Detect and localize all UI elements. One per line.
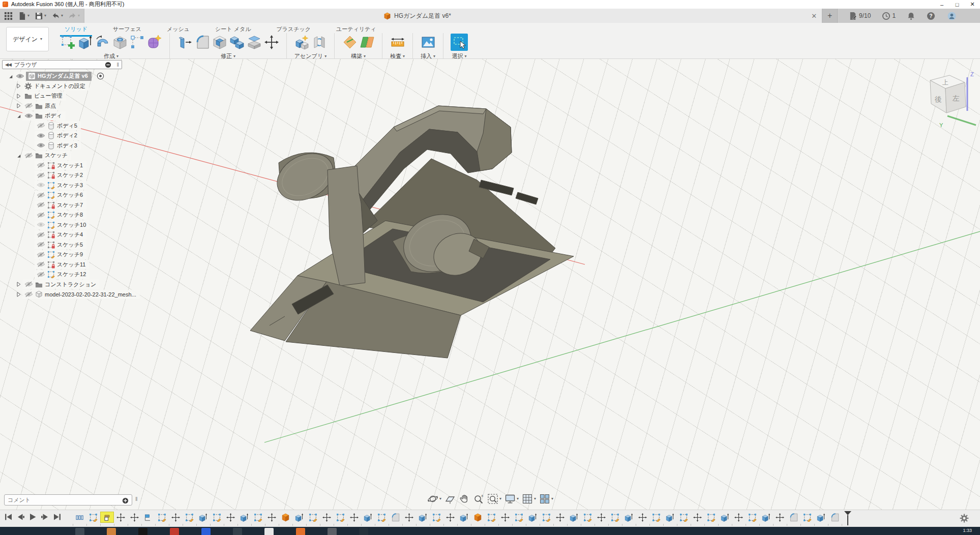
tree-node-chip[interactable]: スケッチ5: [35, 240, 86, 249]
tree-row-スケッチ12[interactable]: スケッチ12: [2, 270, 155, 280]
tree-row-原点[interactable]: 原点: [2, 101, 155, 111]
timeline-feature-move[interactable]: [402, 512, 416, 523]
comment-input[interactable]: [8, 497, 122, 503]
timeline-feature-sketch-pencil[interactable]: [334, 512, 347, 523]
tree-node-chip[interactable]: スケッチ7: [35, 200, 86, 210]
eye-off-icon[interactable]: [37, 272, 45, 278]
tree-row-ボディ[interactable]: ボディ: [2, 111, 155, 121]
eye-off-icon[interactable]: [24, 291, 33, 298]
construction-plane-icon[interactable]: [342, 35, 358, 50]
timeline-feature-move[interactable]: [732, 512, 746, 523]
timeline-feature-extrude[interactable]: [622, 512, 636, 523]
tree-row-スケッチ3[interactable]: スケッチ3: [2, 181, 155, 191]
tree-row-スケッチ[interactable]: スケッチ: [2, 151, 155, 161]
timeline-feature-fillet[interactable]: [389, 512, 402, 523]
document-quota[interactable]: 9/10: [849, 12, 871, 20]
joint-icon[interactable]: [311, 35, 327, 50]
tree-node-chip[interactable]: スケッチ1: [35, 161, 86, 170]
tree-node-chip[interactable]: ドキュメントの設定: [22, 81, 89, 91]
save-icon[interactable]: [35, 12, 43, 20]
eye-off-icon[interactable]: [24, 103, 33, 109]
timeline-feature-sketch-pencil[interactable]: [540, 512, 553, 523]
display-settings-icon[interactable]: ▾: [504, 493, 519, 504]
close-button[interactable]: ✕: [965, 0, 980, 9]
tree-row-model-2023-02-20-22-31-22_mesh...[interactable]: model-2023-02-20-22-31-22_mesh...: [2, 289, 155, 300]
view-cube[interactable]: 上 後 左 Z Y: [910, 66, 977, 128]
split-body-icon[interactable]: [246, 35, 262, 50]
timeline-feature-sketch-pencil[interactable]: [485, 512, 498, 523]
tree-node-chip[interactable]: ボディ3: [35, 141, 81, 150]
tree-row-スケッチ8[interactable]: スケッチ8: [2, 210, 155, 220]
panel-grip[interactable]: ‖: [116, 62, 119, 68]
timeline-settings-gear-icon[interactable]: [960, 514, 969, 523]
tree-row-スケッチ6[interactable]: スケッチ6: [2, 190, 155, 200]
tree-row-ビュー管理[interactable]: ビュー管理: [2, 91, 155, 101]
timeline-feature-sketch-pencil[interactable]: [800, 512, 814, 523]
timeline-feature-sketch-pencil[interactable]: [512, 512, 526, 523]
expander-collapsed-icon[interactable]: [14, 103, 22, 108]
qb-file-menu-icon[interactable]: ▾: [18, 12, 29, 20]
eye-off-icon[interactable]: [37, 123, 45, 129]
expander-collapsed-icon[interactable]: [14, 94, 22, 99]
comment-grip[interactable]: ‖: [135, 496, 138, 502]
app-grid-menu-icon[interactable]: [4, 12, 13, 20]
timeline-feature-sketch-pencil[interactable]: [746, 512, 759, 523]
revolve-icon[interactable]: [95, 35, 110, 50]
tree-row-ボディ2[interactable]: ボディ2: [2, 131, 155, 141]
redo-icon[interactable]: [68, 12, 77, 20]
comment-box[interactable]: [4, 494, 132, 506]
eye-off-icon[interactable]: [24, 153, 33, 159]
shell-icon[interactable]: [212, 35, 227, 50]
timeline-feature-move[interactable]: [128, 512, 141, 523]
offset-plane-icon[interactable]: [359, 35, 375, 50]
timeline-feature-move[interactable]: [773, 512, 787, 523]
timeline-feature-move[interactable]: [498, 512, 512, 523]
file-menu-icon[interactable]: [18, 12, 26, 20]
timeline-feature-extrude[interactable]: [718, 512, 732, 523]
timeline-play-button[interactable]: [28, 513, 37, 521]
taskbar-app-icon-0[interactable]: [75, 528, 84, 535]
timeline-feature-move[interactable]: [169, 512, 183, 523]
timeline-feature-extrude[interactable]: [663, 512, 677, 523]
timeline-skip-end-button[interactable]: [53, 513, 62, 521]
tree-row-スケッチ10[interactable]: スケッチ10: [2, 220, 155, 230]
tree-node-chip[interactable]: HGガンダム足首 v6: [26, 72, 92, 81]
pattern-icon[interactable]: [129, 35, 145, 50]
timeline-feature-sketch-pencil[interactable]: [581, 512, 595, 523]
user-account[interactable]: [947, 12, 956, 20]
expander-collapsed-icon[interactable]: [14, 292, 22, 297]
activate-component-radio[interactable]: [97, 72, 104, 80]
timeline-step-back-button[interactable]: [16, 513, 25, 521]
timeline-feature-extrude[interactable]: [814, 512, 828, 523]
timeline-feature-sketch-pencil[interactable]: [306, 512, 320, 523]
grid-display-icon[interactable]: ▾: [522, 493, 536, 504]
qb-app-grid-menu-icon[interactable]: [4, 12, 13, 20]
tree-node-chip[interactable]: スケッチ8: [35, 211, 86, 220]
eye-on-icon[interactable]: [16, 73, 24, 79]
tree-row-スケッチ4[interactable]: スケッチ4: [2, 230, 155, 240]
workspace-selector[interactable]: デザイン ▾: [6, 27, 49, 51]
create-sketch-icon[interactable]: [60, 35, 76, 50]
undo-icon[interactable]: [51, 12, 60, 20]
orbit-icon[interactable]: ▾: [427, 493, 441, 504]
new-component-icon[interactable]: [294, 35, 310, 50]
eye-off-icon[interactable]: [37, 261, 45, 268]
timeline-feature-move[interactable]: [691, 512, 704, 523]
timeline-playhead[interactable]: [844, 511, 851, 525]
tree-row-スケッチ5[interactable]: スケッチ5: [2, 240, 155, 250]
tree-node-chip[interactable]: 原点: [22, 101, 60, 110]
tree-node-chip[interactable]: model-2023-02-20-22-31-22_mesh...: [22, 290, 140, 299]
timeline-feature-extrude[interactable]: [237, 512, 251, 523]
timeline-feature-sketch-pencil[interactable]: [375, 512, 389, 523]
tree-node-chip[interactable]: スケッチ12: [35, 270, 90, 279]
timeline-feature-extrude[interactable]: [361, 512, 375, 523]
timeline-feature-orange-cube[interactable]: [471, 512, 485, 523]
timeline-feature-move[interactable]: [443, 512, 457, 523]
tree-row-コンストラクション[interactable]: コンストラクション: [2, 280, 155, 290]
tree-node-chip[interactable]: スケッチ9: [35, 250, 86, 259]
tree-node-chip[interactable]: スケッチ10: [35, 220, 90, 229]
timeline-feature-box-highlight[interactable]: [100, 512, 114, 523]
collapse-panel-icon[interactable]: ◀◀: [5, 62, 11, 67]
taskbar-app-icon-4[interactable]: [201, 528, 211, 535]
timeline-feature-move[interactable]: [224, 512, 237, 523]
